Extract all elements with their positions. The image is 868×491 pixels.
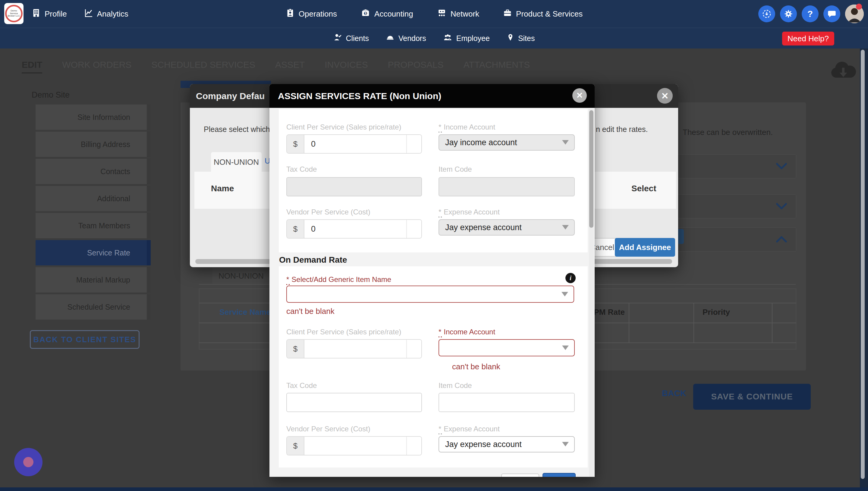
required-asterisk: * bbox=[439, 328, 442, 337]
clipboard-icon bbox=[285, 8, 295, 20]
tab-scheduled-services[interactable]: SCHEDULED SERVICES bbox=[151, 60, 255, 74]
vendor-per-service-input[interactable] bbox=[304, 220, 406, 238]
currency-prefix: $ bbox=[287, 135, 304, 153]
settings-gear-icon[interactable] bbox=[780, 5, 797, 22]
sidebar-item-scheduled-service[interactable]: Scheduled Service bbox=[35, 294, 151, 320]
sidebar-item-service-rate[interactable]: Service Rate bbox=[35, 240, 151, 265]
tab-edit[interactable]: EDIT bbox=[22, 60, 42, 74]
currency-prefix: $ bbox=[287, 340, 304, 358]
subnav-clients[interactable]: Clients bbox=[333, 33, 369, 44]
income-account-select[interactable]: Jay income account bbox=[439, 134, 575, 151]
subnav-employee[interactable]: Employee bbox=[443, 33, 490, 44]
subnav-group: Clients Vendors Employee bbox=[333, 28, 535, 49]
page-scrollbar-track[interactable] bbox=[860, 48, 868, 487]
nav-label: Accounting bbox=[374, 9, 413, 19]
background-non-union-tab[interactable]: NON-UNION bbox=[213, 267, 270, 285]
chevron-down-icon[interactable] bbox=[776, 163, 787, 171]
hard-hat-icon bbox=[386, 33, 395, 44]
org-chart-icon bbox=[437, 8, 447, 20]
need-help-button[interactable]: Need Help? bbox=[782, 32, 834, 46]
history-download-icon[interactable] bbox=[758, 5, 775, 22]
sidebar-item-team-members[interactable]: Team Members bbox=[35, 213, 151, 238]
tab-invoices[interactable]: INVOICES bbox=[325, 60, 368, 74]
client-per-service-input[interactable] bbox=[304, 340, 406, 358]
sidebar-item-billing-address[interactable]: Billing Address bbox=[35, 132, 151, 157]
expense-account-select[interactable]: Jay expense account bbox=[439, 219, 575, 236]
table-header-service-name[interactable]: Service Name bbox=[219, 308, 271, 317]
nav-product-services[interactable]: Product & Services bbox=[503, 8, 583, 20]
nav-group-center: Operations $ Accounting Network bbox=[285, 0, 583, 28]
income-account-label: *Income Account bbox=[439, 123, 495, 133]
sidebar-item-indicator bbox=[147, 267, 151, 292]
expense-account-label-text: Expense Account bbox=[444, 425, 499, 433]
nav-analytics[interactable]: Analytics bbox=[84, 8, 129, 20]
sidebar-item-indicator bbox=[147, 159, 151, 184]
subnav-sites[interactable]: Sites bbox=[507, 33, 535, 44]
back-to-client-sites-button[interactable]: BACK TO CLIENT SITES bbox=[30, 330, 140, 349]
generic-item-name-select[interactable] bbox=[286, 286, 574, 303]
subnav-label: Clients bbox=[346, 34, 369, 43]
nav-network[interactable]: Network bbox=[437, 8, 479, 20]
sidebar-item-contacts[interactable]: Contacts bbox=[35, 159, 151, 184]
on-demand-rate-card: *Select/Add Generic Item Name i can't be… bbox=[279, 266, 588, 467]
save-continue-button[interactable]: SAVE & CONTINUE bbox=[693, 384, 811, 410]
close-icon[interactable]: ✕ bbox=[657, 88, 673, 104]
expense-account-select[interactable]: Jay expense account bbox=[439, 436, 575, 453]
chat-icon[interactable] bbox=[823, 5, 840, 22]
table-border bbox=[772, 303, 773, 343]
client-per-service-input-group: $ bbox=[286, 134, 422, 154]
tab-attachments[interactable]: ATTACHMENTS bbox=[464, 60, 530, 74]
close-icon[interactable]: ✕ bbox=[572, 88, 587, 103]
sidebar-item-indicator bbox=[147, 213, 151, 238]
help-icon[interactable]: ? bbox=[802, 5, 818, 22]
nav-label: Network bbox=[451, 9, 479, 19]
subnav-vendors[interactable]: Vendors bbox=[386, 33, 426, 44]
assign-modal-title: ASSIGN SERVICES RATE (Non Union) bbox=[278, 91, 441, 101]
nav-operations[interactable]: Operations bbox=[285, 8, 337, 20]
company-modal-intro-right: n edit the rates. bbox=[596, 125, 648, 134]
sidebar-item-label: Additional bbox=[97, 194, 130, 203]
modal-cancel-button-partial[interactable] bbox=[501, 473, 539, 477]
input-stepper-area bbox=[406, 340, 421, 358]
modal-scrollbar-track[interactable] bbox=[589, 109, 594, 477]
income-account-select[interactable] bbox=[439, 339, 575, 356]
back-link[interactable]: BACK bbox=[662, 388, 686, 398]
scheduled-rate-card: Client Per Service (Sales price/rate) *I… bbox=[279, 109, 588, 253]
sidebar-item-site-information[interactable]: Site Information bbox=[35, 105, 151, 130]
tab-non-union[interactable]: NON-UNION bbox=[211, 152, 261, 172]
income-account-label-text: Income Account bbox=[444, 328, 495, 336]
expense-account-value: Jay expense account bbox=[445, 223, 522, 232]
chevron-down-icon[interactable] bbox=[776, 203, 787, 211]
tab-proposals[interactable]: PROPOSALS bbox=[388, 60, 444, 74]
sidebar-item-label: Team Members bbox=[78, 222, 130, 230]
cloud-download-icon[interactable] bbox=[828, 59, 858, 81]
nav-group-right: ? bbox=[758, 0, 864, 28]
sub-navbar: Clients Vendors Employee bbox=[0, 28, 868, 49]
page-scrollbar-thumb[interactable] bbox=[861, 50, 865, 479]
company-logo[interactable]: Demo Service Broker LLC bbox=[4, 3, 24, 24]
info-icon[interactable]: i bbox=[565, 273, 576, 283]
site-name-heading: Demo Site bbox=[32, 90, 69, 100]
sidebar-item-material-markup[interactable]: Material Markup bbox=[35, 267, 151, 292]
currency-prefix: $ bbox=[287, 220, 304, 238]
table-border bbox=[629, 303, 629, 343]
vendor-per-service-input[interactable] bbox=[304, 437, 406, 455]
tab-work-orders[interactable]: WORK ORDERS bbox=[62, 60, 132, 74]
nav-group-left: Profile Analytics bbox=[31, 0, 129, 28]
client-per-service-input[interactable] bbox=[304, 135, 406, 153]
sidebar-item-label: Billing Address bbox=[81, 140, 130, 149]
tab-asset[interactable]: ASSET bbox=[275, 60, 305, 74]
sidebar-item-indicator bbox=[147, 240, 151, 265]
nav-profile[interactable]: Profile bbox=[31, 8, 67, 20]
item-code-input[interactable] bbox=[439, 393, 575, 412]
sidebar-item-label: Site Information bbox=[78, 113, 130, 122]
modal-save-button-partial[interactable] bbox=[542, 473, 576, 477]
chat-fab-button[interactable] bbox=[14, 448, 43, 476]
chevron-up-icon[interactable] bbox=[776, 236, 787, 244]
nav-accounting[interactable]: $ Accounting bbox=[361, 8, 413, 20]
add-assignee-button[interactable]: Add Assignee bbox=[615, 238, 675, 257]
item-code-label: Item Code bbox=[439, 381, 472, 390]
sidebar-item-additional[interactable]: Additional bbox=[35, 186, 151, 211]
modal-scrollbar-thumb[interactable] bbox=[589, 110, 593, 228]
tax-code-input[interactable] bbox=[286, 393, 422, 412]
